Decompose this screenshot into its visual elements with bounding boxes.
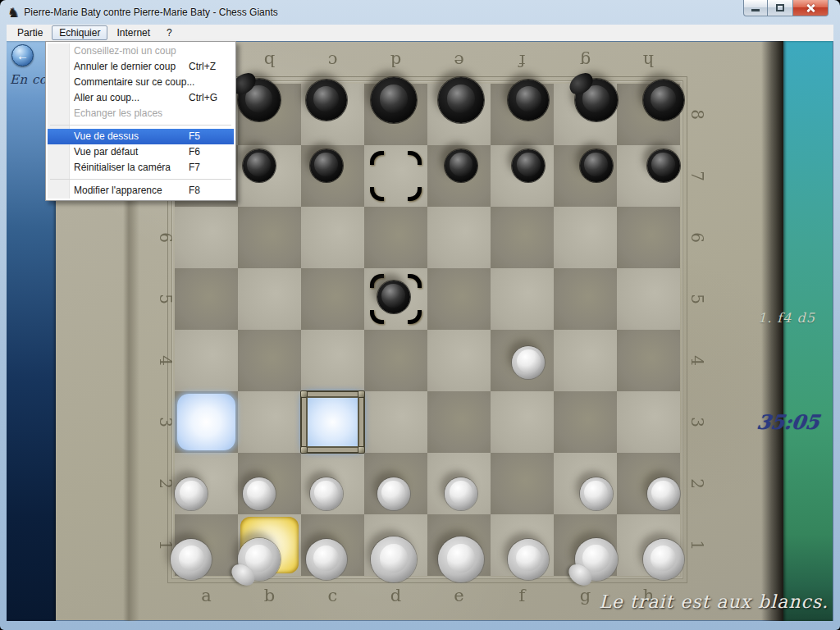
minimize-button[interactable] — [743, 0, 768, 16]
menu-item-label: Vue de dessus — [74, 130, 139, 142]
menu-separator — [50, 179, 231, 180]
square-e2[interactable] — [427, 453, 491, 514]
file-label-top-c: c — [301, 51, 364, 71]
menubar-item-[interactable]: ? — [159, 25, 180, 40]
square-c4[interactable] — [301, 330, 364, 391]
menu-item-reinitialiser-la-camera[interactable]: Réinitialiser la caméraF7 — [48, 160, 234, 176]
menubar-item-partie[interactable]: Partie — [10, 25, 50, 40]
square-g8[interactable] — [554, 84, 617, 145]
menu-item-conseillez-moi-un-coup[interactable]: Conseillez-moi un coup — [48, 43, 234, 59]
square-f7[interactable] — [491, 145, 554, 207]
square-g6[interactable] — [554, 207, 617, 268]
square-d7[interactable] — [364, 145, 427, 207]
menubar-item-internet[interactable]: Internet — [109, 25, 158, 40]
menu-item-shortcut: F8 — [189, 183, 200, 199]
square-f6[interactable] — [491, 207, 554, 268]
square-d1[interactable] — [364, 514, 427, 576]
menu-item-modifier-l-apparence[interactable]: Modifier l'apparenceF8 — [48, 183, 234, 199]
maximize-icon — [776, 4, 784, 11]
square-g2[interactable] — [554, 453, 617, 514]
rank-label-right-8: 8 — [667, 104, 728, 126]
square-c5[interactable] — [301, 268, 364, 330]
square-f1[interactable] — [491, 514, 554, 576]
square-e1[interactable] — [427, 514, 491, 576]
square-e3[interactable] — [427, 391, 491, 453]
square-c8[interactable] — [301, 84, 364, 145]
square-e4[interactable] — [427, 330, 491, 391]
file-label-top-d: d — [364, 51, 427, 71]
square-e7[interactable] — [427, 145, 491, 207]
rank-label-left-5: 5 — [135, 289, 197, 310]
square-b6[interactable] — [238, 207, 301, 268]
rank-label-right-4: 4 — [667, 350, 728, 372]
menu-item-aller-au-coup[interactable]: Aller au coup...Ctrl+G — [48, 90, 234, 106]
menu-item-vue-de-dessus[interactable]: Vue de dessusF5 — [48, 129, 234, 144]
echiquier-menu: Conseillez-moi un coupAnnuler le dernier… — [45, 41, 236, 201]
clock-display: 35:05 — [756, 410, 821, 434]
turn-status: Le trait est aux blancs. — [599, 591, 829, 612]
rank-label-left-4: 4 — [135, 350, 197, 372]
square-b5[interactable] — [238, 268, 301, 330]
maximize-button[interactable] — [768, 0, 792, 16]
square-b2[interactable] — [238, 453, 301, 514]
notation-panel — [783, 41, 833, 621]
selected-square-highlight — [240, 517, 299, 573]
chess-board[interactable] — [175, 84, 680, 576]
square-c1[interactable] — [301, 514, 364, 576]
back-arrow-icon: ← — [16, 48, 29, 62]
square-g4[interactable] — [554, 330, 617, 391]
menu-item-annuler-le-dernier-coup[interactable]: Annuler le dernier coupCtrl+Z — [48, 59, 234, 75]
square-d4[interactable] — [364, 330, 427, 391]
menu-item-label: Echanger les places — [74, 107, 162, 119]
square-b7[interactable] — [238, 145, 301, 207]
square-b4[interactable] — [238, 330, 301, 391]
title-bar[interactable]: ♞ Pierre-Marie Baty contre Pierre-Marie … — [0, 0, 840, 25]
square-e6[interactable] — [427, 207, 491, 268]
square-e5[interactable] — [427, 268, 491, 330]
square-d3[interactable] — [364, 391, 427, 453]
square-c2[interactable] — [301, 453, 364, 514]
close-button[interactable] — [792, 0, 829, 16]
menu-item-label: Commentaire sur ce coup... — [74, 76, 194, 88]
menu-item-vue-par-defaut[interactable]: Vue par défautF6 — [48, 144, 234, 160]
square-b3[interactable] — [238, 391, 301, 453]
menu-item-commentaire-sur-ce-coup[interactable]: Commentaire sur ce coup... — [48, 75, 234, 90]
square-f2[interactable] — [491, 453, 554, 514]
square-f3[interactable] — [491, 391, 554, 453]
square-c7[interactable] — [301, 145, 364, 207]
app-icon: ♞ — [7, 5, 19, 21]
caption-buttons — [743, 0, 829, 16]
square-g7[interactable] — [554, 145, 617, 207]
menu-item-label: Vue par défaut — [74, 146, 138, 158]
square-b1[interactable] — [238, 514, 301, 576]
square-d8[interactable] — [364, 84, 427, 145]
file-label-bottom-e: e — [427, 586, 491, 605]
window-title: Pierre-Marie Baty contre Pierre-Marie Ba… — [24, 7, 277, 18]
square-g1[interactable] — [554, 514, 617, 576]
square-c6[interactable] — [301, 207, 364, 268]
menubar-item-echiquier[interactable]: Echiquier — [52, 25, 107, 40]
square-g5[interactable] — [554, 268, 617, 330]
square-d5[interactable] — [364, 268, 427, 330]
rank-label-right-1: 1 — [667, 535, 728, 556]
square-d6[interactable] — [364, 207, 427, 268]
file-label-bottom-f: f — [491, 586, 554, 605]
rank-label-right-3: 3 — [667, 412, 728, 433]
menu-item-shortcut: F6 — [189, 144, 200, 160]
menu-item-label: Annuler le dernier coup — [74, 61, 176, 72]
square-e8[interactable] — [427, 84, 491, 145]
square-f5[interactable] — [491, 268, 554, 330]
square-f4[interactable] — [491, 330, 554, 391]
file-label-bottom-a: a — [175, 586, 238, 605]
menu-item-echanger-les-places[interactable]: Echanger les places — [48, 106, 234, 121]
last-move-marker — [364, 145, 427, 207]
square-g3[interactable] — [554, 391, 617, 453]
square-f8[interactable] — [491, 84, 554, 145]
rank-label-right-5: 5 — [667, 289, 728, 310]
square-c3[interactable] — [301, 391, 364, 453]
back-button[interactable]: ← — [11, 44, 34, 66]
square-b8[interactable] — [238, 84, 301, 145]
square-d2[interactable] — [364, 453, 427, 514]
file-label-top-h: h — [617, 51, 680, 71]
file-label-top-e: e — [427, 51, 491, 71]
